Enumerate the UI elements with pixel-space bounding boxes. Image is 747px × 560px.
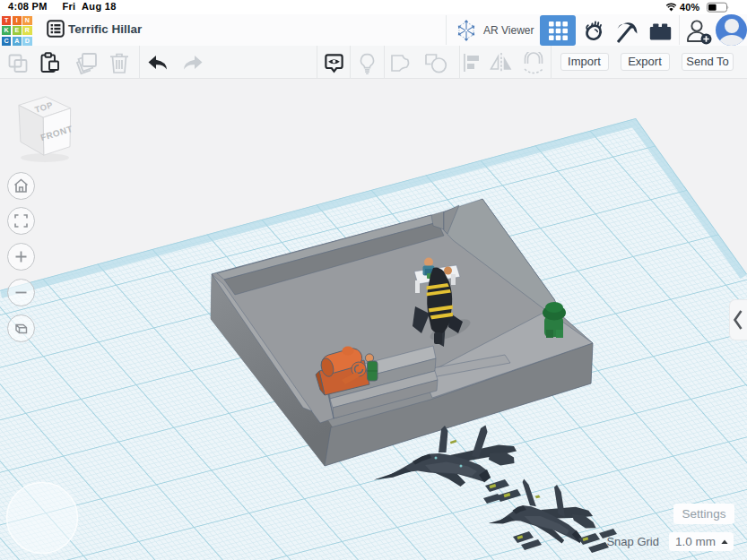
svg-text:40%: 40% [680, 2, 700, 13]
